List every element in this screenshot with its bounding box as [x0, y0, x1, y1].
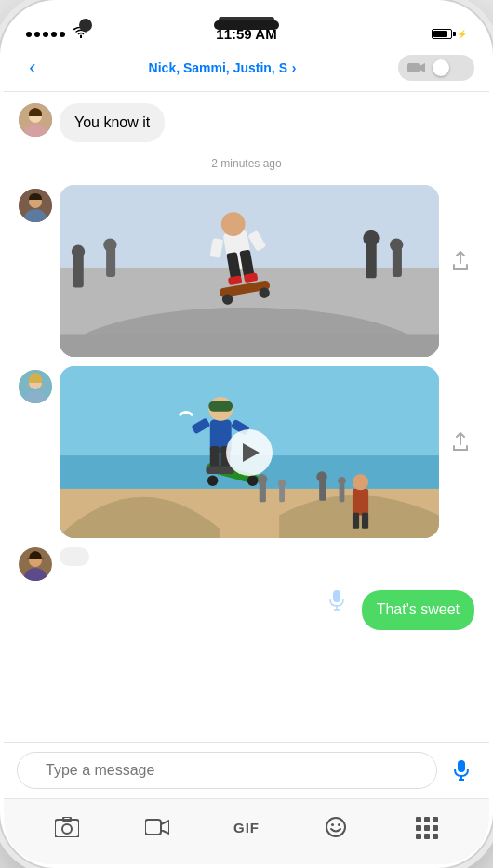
- toggle-knob: [433, 59, 449, 76]
- photo-button[interactable]: [48, 809, 86, 846]
- share-button-2[interactable]: [446, 366, 474, 452]
- svg-rect-57: [353, 489, 368, 516]
- grid-dot: [433, 834, 438, 839]
- svg-rect-39: [279, 486, 285, 502]
- signal-dot-1: [26, 32, 32, 37]
- avatar: [19, 547, 52, 581]
- bottom-toolbar: GIF: [4, 798, 489, 864]
- signal-indicator: [26, 32, 65, 37]
- title-arrow: ›: [292, 60, 297, 75]
- grid-dot: [424, 825, 430, 831]
- grid-dot: [433, 825, 438, 831]
- share-button-1[interactable]: [446, 185, 474, 270]
- emoji-button[interactable]: [317, 809, 354, 846]
- grid-dot: [424, 834, 430, 839]
- svg-rect-64: [333, 590, 340, 602]
- message-bubble: You know it: [60, 103, 165, 142]
- chat-area: You know it 2 minutes ago: [4, 92, 489, 742]
- svg-rect-43: [340, 484, 345, 503]
- svg-rect-67: [458, 760, 465, 772]
- media-content: [60, 185, 439, 357]
- play-icon: [243, 443, 260, 462]
- svg-rect-59: [353, 513, 359, 529]
- svg-point-72: [62, 824, 72, 834]
- timestamp: 2 minutes ago: [19, 157, 474, 170]
- sent-bubble: That's sweet: [362, 590, 474, 629]
- phone-speaker: [214, 20, 279, 30]
- svg-rect-73: [145, 820, 161, 835]
- svg-rect-37: [260, 482, 266, 502]
- mic-button[interactable]: [446, 756, 476, 785]
- svg-rect-0: [407, 63, 420, 72]
- signal-dot-3: [43, 32, 48, 37]
- avatar: [19, 103, 52, 137]
- grid-dot: [424, 817, 430, 822]
- svg-rect-53: [206, 467, 220, 475]
- grid-dot: [416, 834, 421, 839]
- svg-rect-60: [362, 513, 368, 529]
- gif-label: GIF: [233, 820, 260, 835]
- chat-title[interactable]: Nick, Sammi, Justin, S ›: [47, 59, 398, 77]
- svg-rect-18: [393, 248, 402, 277]
- svg-point-74: [326, 818, 345, 836]
- input-area: [4, 742, 489, 798]
- back-button[interactable]: ‹: [19, 54, 47, 82]
- svg-point-40: [278, 480, 286, 488]
- status-left: [26, 27, 88, 41]
- svg-rect-50: [208, 401, 233, 412]
- svg-rect-11: [60, 335, 439, 358]
- message-row: You know it: [19, 103, 474, 142]
- sent-message-text: That's sweet: [377, 601, 460, 617]
- battery-icon: ⚡: [432, 29, 467, 39]
- svg-point-13: [72, 245, 85, 258]
- message-input[interactable]: [31, 753, 423, 788]
- grid-dot: [416, 825, 421, 831]
- svg-rect-16: [366, 242, 376, 279]
- play-button[interactable]: [226, 429, 273, 476]
- toggle-switch[interactable]: [432, 59, 465, 77]
- avatar: [19, 370, 52, 403]
- mic-spacer: [328, 590, 354, 614]
- video-call-button[interactable]: [398, 55, 474, 81]
- grid-icon: [416, 817, 436, 837]
- camera-button[interactable]: [139, 809, 176, 846]
- grid-dot: [433, 817, 438, 822]
- skate-scene-svg-1: [60, 185, 439, 357]
- message-text: You know it: [74, 114, 150, 130]
- svg-point-46: [207, 476, 218, 486]
- svg-point-19: [390, 239, 403, 252]
- avatar: [19, 189, 52, 222]
- phone-camera: [79, 19, 92, 32]
- svg-point-42: [316, 472, 326, 482]
- bottom-spacer: [19, 639, 474, 647]
- signal-dot-5: [60, 32, 65, 37]
- more-button[interactable]: [407, 809, 445, 846]
- svg-rect-12: [73, 255, 83, 288]
- svg-point-17: [363, 230, 379, 246]
- svg-point-15: [103, 239, 116, 252]
- skate-photo[interactable]: [60, 185, 439, 357]
- grid-dot: [416, 817, 421, 822]
- sent-message-row: That's sweet: [19, 590, 474, 629]
- title-text: Nick, Sammi, Justin, S: [149, 60, 287, 75]
- video-content[interactable]: [60, 366, 439, 538]
- svg-point-76: [338, 823, 340, 826]
- message-input-container[interactable]: [17, 752, 437, 789]
- signal-dot-2: [34, 32, 40, 37]
- svg-point-47: [247, 476, 258, 486]
- header-actions: [398, 55, 474, 81]
- chat-header: ‹ Nick, Sammi, Justin, S ›: [4, 46, 489, 92]
- svg-rect-41: [319, 480, 326, 501]
- screen: 11:59 AM ⚡ ‹ Nick, Sammi, Justin, S ›: [4, 14, 489, 864]
- signal-dot-4: [51, 32, 57, 37]
- svg-rect-14: [106, 248, 115, 277]
- svg-point-44: [338, 477, 346, 485]
- message-row: [19, 547, 474, 581]
- video-camera-icon: [407, 61, 426, 74]
- status-right: ⚡: [432, 29, 467, 39]
- media-message-1: [19, 185, 474, 357]
- gif-button[interactable]: GIF: [228, 809, 265, 846]
- svg-point-58: [353, 475, 368, 491]
- status-bar: 11:59 AM ⚡: [4, 14, 489, 46]
- svg-point-75: [331, 823, 334, 826]
